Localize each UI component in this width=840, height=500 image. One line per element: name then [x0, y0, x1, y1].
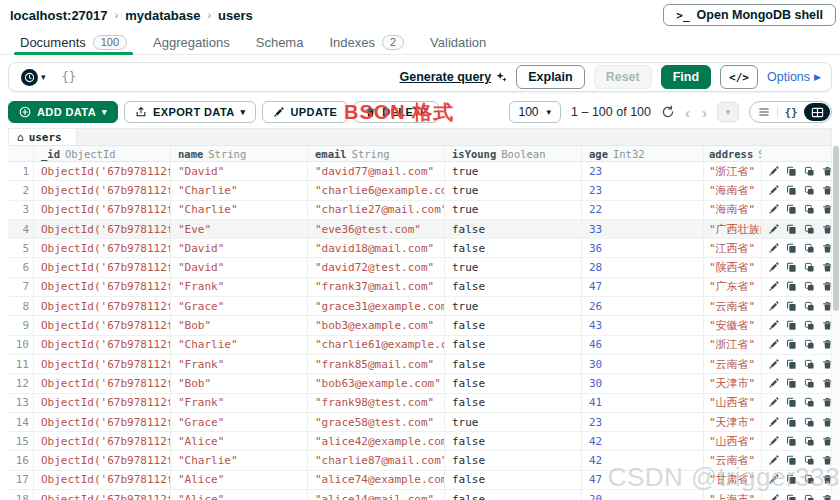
cell-isyoung[interactable]: false	[445, 471, 582, 489]
cell-isyoung[interactable]: false	[445, 239, 582, 257]
cell-id[interactable]: ObjectId('67b978112fde274…	[34, 413, 171, 431]
cell-isyoung[interactable]: false	[445, 355, 582, 373]
cell-name[interactable]: "Charlie"	[171, 181, 308, 199]
pagination-menu-button[interactable]: ▾	[717, 102, 739, 122]
next-page-button[interactable]: ›	[702, 105, 707, 120]
cell-address[interactable]: "浙江省"	[704, 162, 762, 180]
cell-age[interactable]: 23	[582, 413, 704, 431]
cell-name[interactable]: "David"	[171, 239, 308, 257]
cell-name[interactable]: "Eve"	[171, 220, 308, 238]
clone-document-icon[interactable]	[804, 494, 815, 500]
cell-age[interactable]: 36	[582, 239, 704, 257]
table-row[interactable]: 15 ObjectId('67b978112fde274… "Alice" "a…	[8, 432, 832, 451]
copy-document-icon[interactable]	[786, 417, 797, 428]
clone-document-icon[interactable]	[804, 455, 815, 466]
open-shell-button[interactable]: >_ Open MongoDB shell	[663, 4, 836, 26]
code-toggle-button[interactable]: </>	[720, 65, 758, 89]
export-data-button[interactable]: EXPORT DATA ▾	[124, 101, 257, 123]
copy-document-icon[interactable]	[786, 301, 797, 312]
edit-document-icon[interactable]	[768, 397, 779, 408]
cell-email[interactable]: "david77@mail.com"	[308, 162, 445, 180]
copy-document-icon[interactable]	[786, 436, 797, 447]
clone-document-icon[interactable]	[804, 166, 815, 177]
breadcrumb-collection[interactable]: users	[218, 8, 253, 23]
copy-document-icon[interactable]	[786, 281, 797, 292]
edit-document-icon[interactable]	[768, 262, 779, 273]
clone-document-icon[interactable]	[804, 185, 815, 196]
cell-email[interactable]: "alice42@example.com"	[308, 432, 445, 450]
table-row[interactable]: 6 ObjectId('67b978112fde274… "David" "da…	[8, 258, 832, 277]
cell-name[interactable]: "Alice"	[171, 490, 308, 500]
add-data-button[interactable]: ADD DATA ▾	[8, 101, 118, 123]
table-row[interactable]: 5 ObjectId('67b978112fde274… "David" "da…	[8, 239, 832, 258]
clone-document-icon[interactable]	[804, 436, 815, 447]
cell-email[interactable]: "frank37@mail.com"	[308, 278, 445, 296]
edit-document-icon[interactable]	[768, 301, 779, 312]
cell-id[interactable]: ObjectId('67b978112fde274…	[34, 201, 171, 219]
header-name[interactable]: name String	[171, 146, 308, 161]
edit-document-icon[interactable]	[768, 243, 779, 254]
table-row[interactable]: 3 ObjectId('67b978112fde274… "Charlie" "…	[8, 201, 832, 220]
table-row[interactable]: 9 ObjectId('67b978112fde274… "Bob" "bob3…	[8, 316, 832, 335]
cell-email[interactable]: "eve36@test.com"	[308, 220, 445, 238]
cell-isyoung[interactable]: false	[445, 394, 582, 412]
cell-id[interactable]: ObjectId('67b978112fde274…	[34, 316, 171, 334]
cell-address[interactable]: "安徽省"	[704, 316, 762, 334]
table-row[interactable]: 16 ObjectId('67b978112fde274… "Charlie" …	[8, 451, 832, 470]
cell-age[interactable]: 30	[582, 374, 704, 392]
cell-email[interactable]: "frank85@mail.com"	[308, 355, 445, 373]
table-row[interactable]: 10 ObjectId('67b978112fde274… "Charlie" …	[8, 336, 832, 355]
cell-age[interactable]: 26	[582, 297, 704, 315]
cell-age[interactable]: 23	[582, 162, 704, 180]
edit-document-icon[interactable]	[768, 166, 779, 177]
cell-email[interactable]: "grace58@test.com"	[308, 413, 445, 431]
cell-address[interactable]: "天津市"	[704, 374, 762, 392]
cell-email[interactable]: "charlie6@example.com"	[308, 181, 445, 199]
copy-document-icon[interactable]	[786, 262, 797, 273]
breadcrumb-host[interactable]: localhost:27017	[10, 8, 108, 23]
copy-document-icon[interactable]	[786, 166, 797, 177]
cell-address[interactable]: "海南省"	[704, 201, 762, 219]
copy-document-icon[interactable]	[786, 474, 797, 485]
cell-isyoung[interactable]: false	[445, 451, 582, 469]
reset-button[interactable]: Reset	[594, 65, 652, 89]
copy-document-icon[interactable]	[786, 224, 797, 235]
clone-document-icon[interactable]	[804, 281, 815, 292]
explain-button[interactable]: Explain	[516, 65, 584, 89]
clone-document-icon[interactable]	[804, 320, 815, 331]
copy-document-icon[interactable]	[786, 243, 797, 254]
cell-email[interactable]: "david18@mail.com"	[308, 239, 445, 257]
copy-document-icon[interactable]	[786, 320, 797, 331]
clone-document-icon[interactable]	[804, 262, 815, 273]
cell-name[interactable]: "David"	[171, 258, 308, 276]
cell-age[interactable]: 28	[582, 258, 704, 276]
cell-age[interactable]: 42	[582, 432, 704, 450]
cell-isyoung[interactable]: false	[445, 374, 582, 392]
find-button[interactable]: Find	[661, 65, 711, 89]
copy-document-icon[interactable]	[786, 359, 797, 370]
edit-document-icon[interactable]	[768, 359, 779, 370]
edit-document-icon[interactable]	[768, 339, 779, 350]
edit-document-icon[interactable]	[768, 224, 779, 235]
cell-id[interactable]: ObjectId('67b978112fde274…	[34, 162, 171, 180]
table-row[interactable]: 2 ObjectId('67b978112fde274… "Charlie" "…	[8, 181, 832, 200]
table-row[interactable]: 4 ObjectId('67b978112fde274… "Eve" "eve3…	[8, 220, 832, 239]
copy-document-icon[interactable]	[786, 397, 797, 408]
cell-age[interactable]: 23	[582, 181, 704, 199]
copy-document-icon[interactable]	[786, 204, 797, 215]
copy-document-icon[interactable]	[786, 494, 797, 500]
copy-document-icon[interactable]	[786, 339, 797, 350]
generate-query-link[interactable]: Generate query	[399, 70, 507, 84]
filter-input[interactable]: {}	[62, 70, 76, 84]
cell-name[interactable]: "Bob"	[171, 316, 308, 334]
edit-document-icon[interactable]	[768, 320, 779, 331]
cell-age[interactable]: 43	[582, 316, 704, 334]
cell-isyoung[interactable]: false	[445, 336, 582, 354]
cell-name[interactable]: "Charlie"	[171, 451, 308, 469]
cell-email[interactable]: "frank98@test.com"	[308, 394, 445, 412]
cell-name[interactable]: "Charlie"	[171, 336, 308, 354]
cell-name[interactable]: "Grace"	[171, 413, 308, 431]
copy-document-icon[interactable]	[786, 185, 797, 196]
header-address[interactable]: address String	[704, 146, 762, 161]
list-view-button[interactable]	[751, 103, 777, 121]
